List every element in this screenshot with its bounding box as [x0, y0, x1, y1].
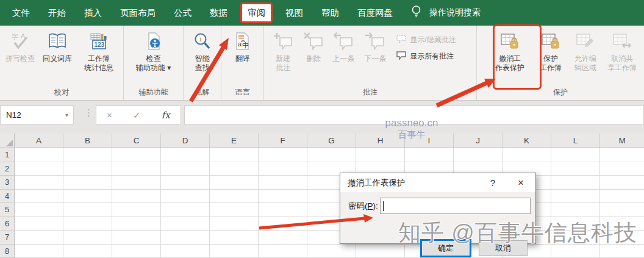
tab-baidu-netdisk[interactable]: 百度网盘: [348, 0, 402, 26]
confirm-entry-icon[interactable]: ✓: [133, 110, 141, 121]
cell-C3[interactable]: [112, 176, 161, 190]
tell-me-search[interactable]: 操作说明搜索: [429, 7, 481, 18]
column-header-B[interactable]: B: [63, 134, 112, 148]
column-header-D[interactable]: D: [161, 134, 210, 148]
column-header-I[interactable]: I: [405, 134, 454, 148]
cell-D2[interactable]: [161, 162, 210, 176]
cell-A3[interactable]: [15, 176, 63, 190]
cell-E8[interactable]: [210, 245, 259, 258]
cell-L3[interactable]: [551, 176, 600, 190]
cell-E5[interactable]: [210, 203, 259, 217]
cell-G1[interactable]: [307, 148, 356, 162]
column-header-F[interactable]: F: [259, 134, 307, 148]
formula-bar-resize-handle[interactable]: ⋮: [84, 107, 93, 118]
row-header-7[interactable]: 7: [0, 231, 15, 245]
cell-D4[interactable]: [161, 190, 210, 204]
cell-C2[interactable]: [112, 162, 161, 176]
column-header-M[interactable]: M: [600, 134, 644, 148]
cell-B8[interactable]: [63, 245, 112, 258]
cell-L5[interactable]: [551, 203, 600, 217]
cell-D8[interactable]: [161, 245, 210, 258]
cell-A7[interactable]: [15, 231, 63, 245]
translate-button[interactable]: a 中 翻译: [224, 29, 261, 63]
cell-E7[interactable]: [210, 231, 259, 245]
tab-help[interactable]: 帮助: [312, 0, 348, 26]
cell-H8[interactable]: [356, 245, 405, 258]
cell-B3[interactable]: [63, 176, 112, 190]
cell-H1[interactable]: [356, 148, 405, 162]
dialog-close-icon[interactable]: ×: [506, 177, 535, 189]
cell-D6[interactable]: [161, 217, 210, 231]
cell-M1[interactable]: [600, 148, 644, 162]
cell-D7[interactable]: [161, 231, 210, 245]
column-header-L[interactable]: L: [551, 134, 600, 148]
cell-M7[interactable]: [600, 231, 644, 245]
cell-L4[interactable]: [551, 190, 600, 204]
cell-F8[interactable]: [259, 245, 307, 258]
show-all-comments-button[interactable]: 显示所有批注: [396, 51, 456, 62]
cell-D3[interactable]: [161, 176, 210, 190]
cell-M6[interactable]: [600, 217, 644, 231]
row-header-2[interactable]: 2: [0, 162, 15, 176]
password-input[interactable]: [380, 198, 531, 214]
cell-A4[interactable]: [15, 190, 63, 204]
cell-L7[interactable]: [551, 231, 600, 245]
cell-F2[interactable]: [259, 162, 307, 176]
dialog-titlebar[interactable]: 撤消工作表保护 ? ×: [340, 173, 535, 192]
cell-F6[interactable]: [259, 217, 307, 231]
workbook-statistics-button[interactable]: 123 工作簿 统计信息: [77, 29, 121, 73]
row-header-3[interactable]: 3: [0, 176, 15, 190]
tab-view[interactable]: 视图: [276, 0, 312, 26]
cell-G8[interactable]: [307, 245, 356, 258]
dialog-help-button[interactable]: ?: [479, 177, 506, 188]
row-header-4[interactable]: 4: [0, 190, 15, 204]
formula-input[interactable]: [184, 106, 644, 124]
tab-formulas[interactable]: 公式: [165, 0, 201, 26]
cell-C8[interactable]: [112, 245, 161, 258]
cell-A6[interactable]: [15, 217, 63, 231]
cell-F1[interactable]: [259, 148, 307, 162]
row-header-1[interactable]: 1: [0, 148, 15, 162]
column-header-H[interactable]: H: [356, 134, 405, 148]
row-header-6[interactable]: 6: [0, 217, 15, 231]
cell-L1[interactable]: [551, 148, 600, 162]
cell-E2[interactable]: [210, 162, 259, 176]
ok-button[interactable]: 确定: [421, 240, 470, 256]
cell-B1[interactable]: [63, 148, 112, 162]
cell-B5[interactable]: [63, 203, 112, 217]
cell-E3[interactable]: [210, 176, 259, 190]
name-box[interactable]: N12 ▾: [0, 106, 74, 124]
cell-M8[interactable]: [600, 245, 644, 258]
cell-J1[interactable]: [454, 148, 503, 162]
check-accessibility-button[interactable]: 检查 辅助功能 ▾: [126, 29, 181, 73]
cell-C5[interactable]: [112, 203, 161, 217]
cell-F5[interactable]: [259, 203, 307, 217]
column-header-J[interactable]: J: [454, 134, 503, 148]
cell-L6[interactable]: [551, 217, 600, 231]
cell-E1[interactable]: [210, 148, 259, 162]
tab-home[interactable]: 开始: [39, 0, 75, 26]
row-header-8[interactable]: 8: [0, 245, 15, 258]
cell-L8[interactable]: [551, 245, 600, 258]
cell-I1[interactable]: [405, 148, 454, 162]
column-header-E[interactable]: E: [210, 134, 259, 148]
cell-D1[interactable]: [161, 148, 210, 162]
tab-review[interactable]: 审阅: [240, 2, 273, 23]
cell-D5[interactable]: [161, 203, 210, 217]
cell-A1[interactable]: [15, 148, 63, 162]
cell-L2[interactable]: [551, 162, 600, 176]
cell-B4[interactable]: [63, 190, 112, 204]
cell-A8[interactable]: [15, 245, 63, 258]
name-box-dropdown-icon[interactable]: ▾: [65, 112, 73, 118]
cell-E6[interactable]: [210, 217, 259, 231]
select-all-corner[interactable]: [0, 134, 15, 148]
cell-M2[interactable]: [600, 162, 644, 176]
tab-data[interactable]: 数据: [201, 0, 237, 26]
cell-F4[interactable]: [259, 190, 307, 204]
cancel-entry-icon[interactable]: ×: [107, 110, 112, 120]
cell-C4[interactable]: [112, 190, 161, 204]
cell-C1[interactable]: [112, 148, 161, 162]
cell-K1[interactable]: [503, 148, 551, 162]
tab-page-layout[interactable]: 页面布局: [111, 0, 165, 26]
cell-M5[interactable]: [600, 203, 644, 217]
